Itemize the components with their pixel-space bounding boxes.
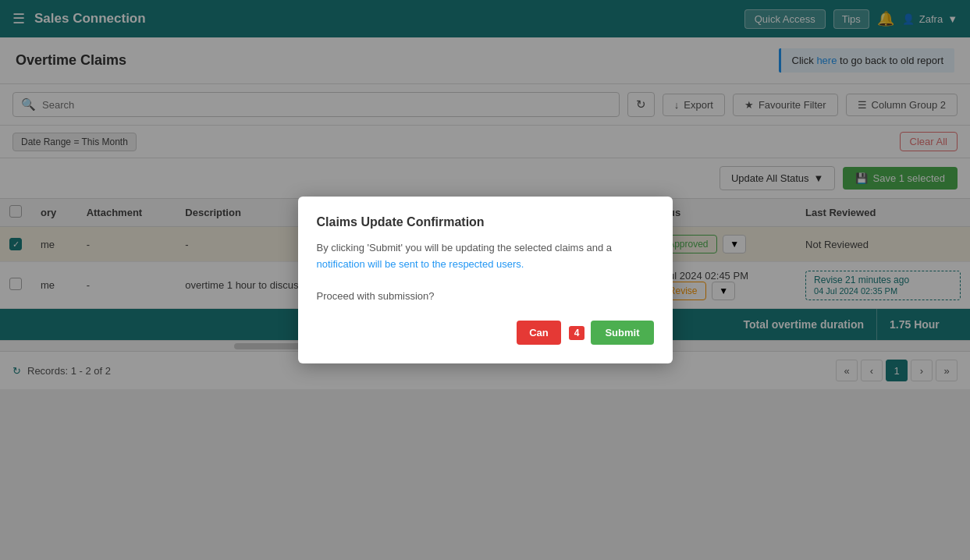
modal-body-line2: Proceed with submission? [317, 289, 654, 305]
cancel-button[interactable]: Can [517, 321, 561, 345]
modal-dialog: Claims Update Confirmation By clicking '… [298, 197, 673, 363]
cancel-label: Can [529, 327, 549, 338]
modal-overlay[interactable]: Claims Update Confirmation By clicking '… [0, 0, 970, 560]
modal-highlight: notification will be sent to the respect… [317, 258, 524, 270]
modal-body-line1: By clicking 'Submit' you will be updatin… [317, 240, 654, 273]
badge-count: 4 [569, 326, 585, 340]
modal-body: By clicking 'Submit' you will be updatin… [317, 240, 654, 305]
submit-button[interactable]: Submit [591, 321, 653, 345]
modal-title: Claims Update Confirmation [317, 215, 654, 229]
modal-footer: Can 4 Submit [317, 321, 654, 345]
